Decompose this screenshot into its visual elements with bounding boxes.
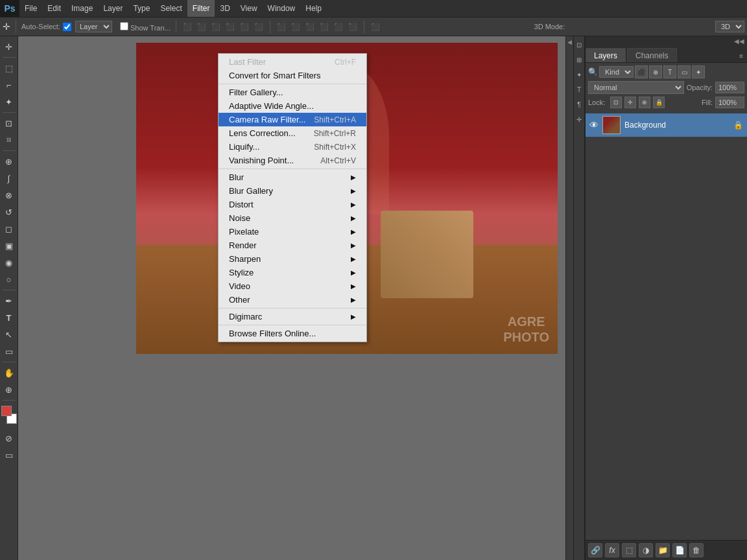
crop-tool[interactable]: ⊡ — [1, 115, 17, 131]
menu-item-filter-gallery[interactable]: Filter Gallery... — [219, 86, 366, 99]
collapse-strip[interactable]: ◀ — [565, 36, 573, 560]
layer-visibility-icon[interactable]: 👁 — [589, 120, 599, 130]
menu-item-vanishing-point[interactable]: Vanishing Point... Alt+Ctrl+V — [219, 154, 366, 167]
lock-all-btn[interactable]: 🔒 — [653, 97, 665, 108]
layer-item-background[interactable]: 👁 Background 🔒 — [586, 113, 747, 137]
dist-right-icon[interactable]: ⬛ — [304, 21, 316, 32]
filter-smart-btn[interactable]: ✦ — [692, 65, 705, 78]
menu-item-stylize[interactable]: Stylize ▶ — [219, 266, 366, 279]
menu-item-video[interactable]: Video ▶ — [219, 279, 366, 293]
tool-strip-item1[interactable]: ⊡ — [574, 38, 584, 52]
layer-select[interactable]: Layer Group — [75, 21, 112, 32]
menu-layer[interactable]: Layer — [98, 0, 128, 17]
menu-item-convert-smart[interactable]: Convert for Smart Filters — [219, 69, 366, 82]
layers-panel-options[interactable]: ≡ — [735, 50, 747, 62]
menu-item-adaptive-wide[interactable]: Adaptive Wide Angle... — [219, 99, 366, 113]
menu-item-pixelate[interactable]: Pixelate ▶ — [219, 225, 366, 239]
new-group-button[interactable]: 📁 — [656, 543, 670, 557]
dist-top-icon[interactable]: ⬛ — [318, 21, 330, 32]
fill-input[interactable] — [715, 97, 744, 108]
adjustment-button[interactable]: ◑ — [639, 543, 653, 557]
move-tool[interactable]: ✛ — [1, 39, 17, 54]
eyedropper-tool[interactable]: ⌗ — [1, 132, 17, 148]
zoom-tool[interactable]: ⊕ — [1, 382, 17, 397]
filter-adj-btn[interactable]: ⊕ — [649, 65, 662, 78]
menu-item-blur[interactable]: Blur ▶ — [219, 170, 366, 184]
heal-tool[interactable]: ⊕ — [1, 154, 17, 169]
menu-view[interactable]: View — [235, 0, 263, 17]
hand-tool[interactable]: ✋ — [1, 365, 17, 380]
new-layer-button[interactable]: 📄 — [672, 543, 687, 557]
show-transform-checkbox[interactable] — [120, 22, 128, 30]
menu-help[interactable]: Help — [300, 0, 327, 17]
delete-layer-button[interactable]: 🗑 — [689, 543, 704, 557]
pen-tool[interactable]: ✒ — [1, 293, 17, 309]
tab-layers[interactable]: Layers — [586, 48, 626, 62]
menu-edit[interactable]: Edit — [42, 0, 66, 17]
menu-item-render[interactable]: Render ▶ — [219, 239, 366, 252]
menu-select[interactable]: Select — [155, 0, 187, 17]
tool-strip-item2[interactable]: ⊞ — [574, 52, 584, 67]
align-top-icon[interactable]: ⬛ — [224, 21, 236, 32]
align-center-icon[interactable]: ⬛ — [196, 21, 208, 32]
filter-type-btn[interactable]: T — [663, 65, 676, 78]
menu-item-browse-filters[interactable]: Browse Filters Online... — [219, 327, 366, 340]
lasso-tool[interactable]: ⌐ — [1, 77, 17, 93]
panel-expand-icon[interactable]: ◀◀ — [734, 38, 744, 45]
align-middle-icon[interactable]: ⬛ — [239, 21, 250, 32]
clone-tool[interactable]: ⊗ — [1, 187, 17, 203]
menu-file[interactable]: File — [19, 0, 42, 17]
lock-artboard-btn[interactable]: ⊕ — [639, 97, 650, 108]
dist-center-icon[interactable]: ⬛ — [290, 21, 302, 32]
text-tool[interactable]: T — [1, 310, 17, 325]
menu-item-blur-gallery[interactable]: Blur Gallery ▶ — [219, 184, 366, 198]
tool-strip-item5[interactable]: ¶ — [574, 97, 584, 111]
menu-item-lens-correction[interactable]: Lens Correction... Shift+Ctrl+R — [219, 126, 366, 140]
align-left-icon[interactable]: ⬛ — [182, 21, 193, 32]
layers-kind-select[interactable]: Kind — [599, 66, 634, 78]
menu-item-digimarc[interactable]: Digimarc ▶ — [219, 310, 366, 323]
history-brush-tool[interactable]: ↺ — [1, 204, 17, 220]
dist-mid-icon[interactable]: ⬛ — [333, 21, 344, 32]
menu-item-other[interactable]: Other ▶ — [219, 293, 366, 307]
menu-type[interactable]: Type — [128, 0, 155, 17]
3d-transform-icon[interactable]: ⬛ — [370, 21, 381, 32]
selection-tool[interactable]: ⬚ — [1, 60, 17, 76]
add-mask-button[interactable]: ⬚ — [622, 543, 636, 557]
fg-color-swatch[interactable] — [1, 406, 12, 416]
3d-mode-select[interactable]: 3D — [715, 21, 744, 32]
dodge-tool[interactable]: ○ — [1, 272, 17, 287]
filter-shape-btn[interactable]: ▭ — [678, 65, 691, 78]
blend-mode-select[interactable]: Normal Dissolve Multiply Screen Overlay — [588, 81, 684, 94]
menu-item-sharpen[interactable]: Sharpen ▶ — [219, 252, 366, 266]
brush-tool[interactable]: ∫ — [1, 170, 17, 186]
screen-mode-tool[interactable]: ▭ — [1, 447, 17, 463]
menu-item-noise[interactable]: Noise ▶ — [219, 211, 366, 225]
fx-button[interactable]: fx — [605, 543, 619, 557]
tool-strip-item3[interactable]: ✦ — [574, 67, 584, 82]
align-right-icon[interactable]: ⬛ — [210, 21, 222, 32]
link-layers-button[interactable]: 🔗 — [588, 543, 602, 557]
quick-select-tool[interactable]: ✦ — [1, 94, 17, 110]
blur-tool[interactable]: ◉ — [1, 255, 17, 270]
opacity-input[interactable] — [715, 82, 744, 93]
tool-strip-item6[interactable]: ✛ — [574, 112, 584, 126]
filter-pixel-btn[interactable]: ⬛ — [635, 65, 648, 78]
menu-filter[interactable]: Filter — [187, 0, 215, 17]
path-select-tool[interactable]: ↖ — [1, 327, 17, 342]
menu-item-distort[interactable]: Distort ▶ — [219, 198, 366, 211]
menu-item-camera-raw[interactable]: Camera Raw Filter... Shift+Ctrl+A — [219, 113, 366, 126]
lock-pixel-btn[interactable]: ⊡ — [610, 97, 622, 108]
dist-left-icon[interactable]: ⬛ — [276, 21, 287, 32]
eraser-tool[interactable]: ◻ — [1, 221, 17, 237]
shape-tool[interactable]: ▭ — [1, 344, 17, 359]
quick-mask-tool[interactable]: ⊘ — [1, 430, 17, 446]
menu-3d[interactable]: 3D — [215, 0, 235, 17]
menu-item-last-filter[interactable]: Last Filter Ctrl+F — [219, 55, 366, 69]
tool-strip-item4[interactable]: T — [574, 82, 584, 97]
gradient-tool[interactable]: ▣ — [1, 238, 17, 253]
tab-channels[interactable]: Channels — [627, 48, 677, 62]
menu-window[interactable]: Window — [263, 0, 301, 17]
menu-image[interactable]: Image — [66, 0, 98, 17]
dist-bot-icon[interactable]: ⬛ — [347, 21, 359, 32]
